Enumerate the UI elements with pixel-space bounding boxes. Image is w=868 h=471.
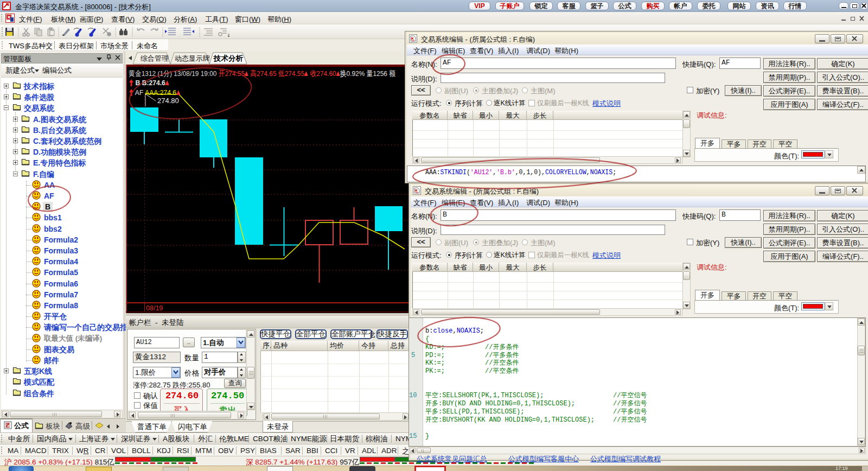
svg-text:274.80: 274.80 [157, 97, 179, 105]
svg-text:综合管理: 综合管理 [141, 54, 169, 62]
svg-text:08/19: 08/19 [146, 304, 163, 312]
svg-text:动态显示牌: 动态显示牌 [175, 54, 210, 62]
svg-text:技术分析: 技术分析 [213, 54, 244, 62]
